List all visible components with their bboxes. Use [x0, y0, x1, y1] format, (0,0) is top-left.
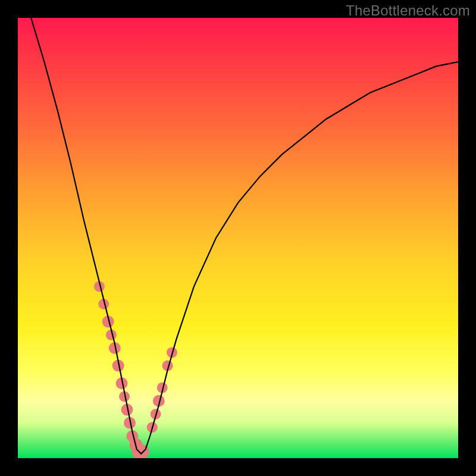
markers-group [94, 281, 177, 458]
chart-frame: TheBottleneck.com [0, 0, 476, 476]
watermark-text: TheBottleneck.com [346, 2, 470, 19]
bottleneck-curve [31, 18, 458, 454]
chart-svg [18, 18, 458, 458]
plot-area [18, 18, 458, 458]
